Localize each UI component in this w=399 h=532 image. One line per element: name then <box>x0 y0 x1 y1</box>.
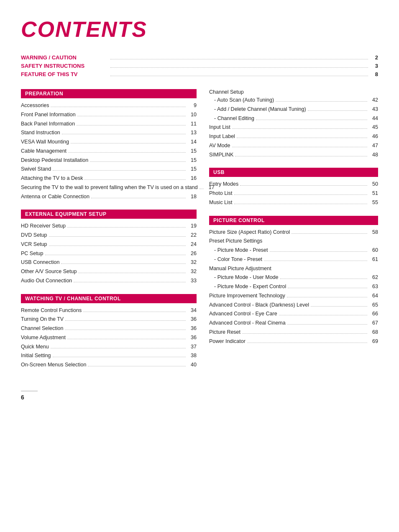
toc-dots <box>74 282 186 282</box>
toc-item: - Color Tone - Preset61 <box>209 256 378 263</box>
toc-dots <box>270 251 367 252</box>
toc-label: PC Setup <box>21 250 43 258</box>
toc-dots <box>53 357 186 357</box>
toc-label: Power Indicator <box>209 338 246 345</box>
toc-dots <box>232 128 367 129</box>
toc-item: Input List45 <box>209 123 378 131</box>
toc-section: PREPARATIONAccessories9Front Panel Infor… <box>21 89 197 200</box>
toc-item: On-Screen Menus Selection40 <box>21 361 197 369</box>
toc-item: Advanced Control - Real Cinema67 <box>209 319 378 327</box>
toc-dots <box>65 320 186 321</box>
toc-page: 38 <box>187 352 197 360</box>
top-links: WARNING / CAUTION 2 SAFETY INSTRUCTIONS … <box>21 54 378 77</box>
toc-page: 46 <box>369 133 378 141</box>
toc-dots <box>71 143 186 143</box>
toc-page: 69 <box>369 338 378 345</box>
toc-label: Accessories <box>21 102 49 110</box>
toc-label: VESA Wall Mounting <box>21 138 69 146</box>
toc-label: Advanced Control - Eye Care <box>209 310 277 318</box>
toc-label: Remote Control Functions <box>21 307 82 315</box>
toc-item: Swivel Stand15 <box>21 165 197 173</box>
toc-item: PC Setup26 <box>21 250 197 258</box>
toc-page: 15 <box>187 147 197 155</box>
toc-page: 40 <box>187 361 197 369</box>
toc-page: 26 <box>187 250 197 258</box>
toc-item: Advanced Control - Eye Care66 <box>209 310 378 318</box>
toc-dots <box>77 116 186 116</box>
toc-label: Advanced Control - Real Cinema <box>209 319 286 327</box>
toc-dots <box>65 330 186 330</box>
toc-item: Cable Management15 <box>21 147 197 155</box>
toc-label: Front Panel Information <box>21 111 76 119</box>
toc-dots <box>88 366 186 366</box>
toc-page: 58 <box>369 228 378 236</box>
toc-dots <box>287 297 367 297</box>
toc-section: PICTURE CONTROLPicture Size (Aspect Rati… <box>209 216 378 345</box>
toc-item: Initial Setting38 <box>21 352 197 360</box>
toc-dots <box>235 156 367 156</box>
toc-label: Music List <box>209 199 233 207</box>
section-header: WATCHING TV / CHANNEL CONTROL <box>21 294 197 303</box>
toc-dots <box>91 198 186 198</box>
toc-page: 34 <box>187 307 197 315</box>
toc-item: Accessories9 <box>21 102 197 110</box>
toc-item: Desktop Pedestal Installation15 <box>21 156 197 164</box>
toc-item: Advanced Control - Black (Darkness) Leve… <box>209 301 378 309</box>
toc-label: AV Mode <box>209 142 230 150</box>
toc-page: 62 <box>369 274 378 281</box>
toc-page: 45 <box>369 123 378 131</box>
toc-label: Attaching the TV to a Desk <box>21 174 83 182</box>
top-link-page: 8 <box>370 71 378 77</box>
top-link-dots <box>110 76 368 76</box>
toc-page: 32 <box>187 268 197 276</box>
toc-section: Channel Setup- Auto Scan (Auto Tuning)42… <box>209 89 378 159</box>
toc-item: Stand Instruction13 <box>21 129 197 137</box>
toc-page: 24 <box>187 240 197 248</box>
toc-label: Desktop Pedestal Installation <box>21 156 88 164</box>
toc-page: 9 <box>187 102 197 110</box>
main-content: PREPARATIONAccessories9Front Panel Infor… <box>21 89 378 378</box>
toc-item: - Channel Editing44 <box>209 115 378 123</box>
channel-setup-label: Channel Setup <box>209 89 378 95</box>
toc-item: Photo List51 <box>209 189 378 197</box>
toc-item: - Add / Delete Channel (Manual Tuning)43 <box>209 105 378 113</box>
toc-label: Photo List <box>209 189 233 197</box>
top-link-page: 3 <box>370 63 378 69</box>
toc-dots <box>53 170 186 171</box>
toc-label: - Add / Delete Channel (Manual Tuning) <box>209 105 306 113</box>
toc-item: Power Indicator69 <box>209 338 378 345</box>
toc-page: 68 <box>369 328 378 336</box>
toc-label: Stand Instruction <box>21 129 60 137</box>
toc-dots <box>62 134 186 134</box>
toc-dots <box>77 125 186 125</box>
toc-item: Remote Control Functions34 <box>21 307 197 315</box>
toc-section: EXTERNAL EQUIPMENT SETUPHD Receiver Setu… <box>21 210 197 284</box>
toc-dots <box>67 339 186 339</box>
toc-page: 55 <box>369 199 378 207</box>
section-header: EXTERNAL EQUIPMENT SETUP <box>21 210 197 219</box>
right-column: Channel Setup- Auto Scan (Auto Tuning)42… <box>209 89 378 378</box>
toc-dots <box>232 147 368 147</box>
toc-label: Securing the TV to the wall to prevent f… <box>21 184 198 192</box>
toc-item: - Picture Mode - Expert Control63 <box>209 283 378 291</box>
section-header: PREPARATION <box>21 89 197 98</box>
toc-label: On-Screen Menus Selection <box>21 361 86 369</box>
toc-label: Swivel Stand <box>21 165 51 173</box>
toc-page: 36 <box>187 325 197 332</box>
toc-item: Audio Out Connection33 <box>21 277 197 285</box>
toc-label: Entry Modes <box>209 180 238 188</box>
toc-page: 65 <box>369 301 378 309</box>
toc-section: WATCHING TV / CHANNEL CONTROLRemote Cont… <box>21 294 197 369</box>
toc-dots <box>311 306 367 307</box>
toc-page: 22 <box>187 231 197 239</box>
toc-label: Channel Selection <box>21 325 63 332</box>
toc-page: 63 <box>369 283 378 291</box>
toc-item: SIMPLINK48 <box>209 151 378 159</box>
toc-page: 42 <box>369 96 378 104</box>
toc-item: Picture Improvement Technology64 <box>209 292 378 300</box>
top-link-item: FEATURE OF THIS TV 8 <box>21 71 378 77</box>
toc-page: 66 <box>369 310 378 318</box>
toc-dots <box>67 227 186 228</box>
toc-item: Entry Modes50 <box>209 180 378 188</box>
toc-label: Antenna or Cable Connection <box>21 193 90 201</box>
